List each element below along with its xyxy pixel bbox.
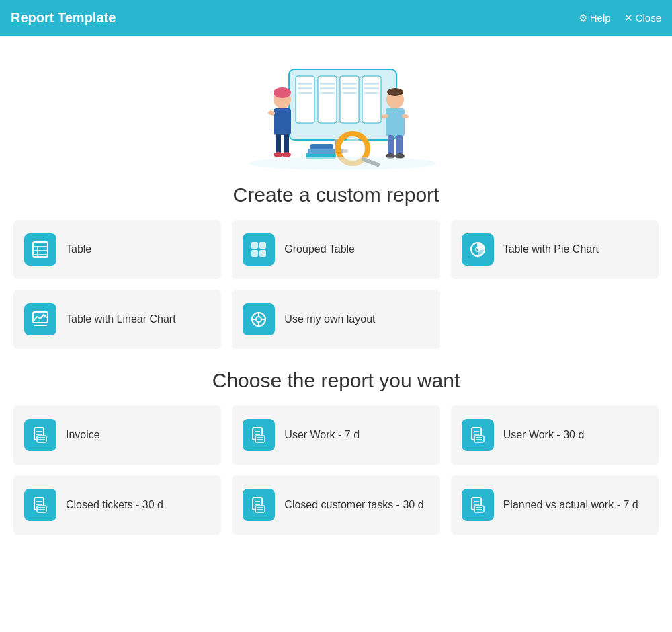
svg-rect-7 <box>298 83 312 85</box>
template-card-table[interactable]: Table <box>13 220 221 279</box>
app-title: Report Template <box>11 10 116 26</box>
svg-rect-49 <box>259 242 266 249</box>
report-card-invoice[interactable]: Invoice <box>13 405 221 465</box>
svg-rect-15 <box>342 92 357 94</box>
svg-rect-50 <box>251 250 258 257</box>
svg-rect-31 <box>396 135 403 155</box>
planned-vs-actual-7d-icon <box>462 489 494 521</box>
svg-rect-17 <box>364 87 379 89</box>
template-card-table-pie[interactable]: Table with Pie Chart <box>451 220 659 279</box>
close-icon: ✕ <box>624 12 633 24</box>
svg-rect-11 <box>320 87 335 89</box>
header-actions: ⚙ Help ✕ Close <box>579 12 661 24</box>
template-card-grouped-table[interactable]: Grouped Table <box>232 220 439 279</box>
invoice-label: Invoice <box>66 428 100 442</box>
own-layout-icon <box>243 303 275 335</box>
own-layout-label: Use my own layout <box>284 313 375 327</box>
svg-point-20 <box>274 87 291 98</box>
svg-rect-93 <box>474 506 484 512</box>
svg-point-37 <box>342 138 364 159</box>
svg-rect-8 <box>298 87 312 89</box>
svg-rect-81 <box>37 506 46 512</box>
grouped-table-icon <box>243 233 275 266</box>
svg-rect-10 <box>320 83 335 85</box>
svg-rect-51 <box>259 250 266 257</box>
help-button[interactable]: ⚙ Help <box>579 12 611 24</box>
report-card-user-work-7d[interactable]: User Work - 7 d <box>232 405 439 465</box>
user-work-30d-icon <box>462 419 494 451</box>
closed-tickets-30d-icon <box>24 489 56 521</box>
hero-illustration-area <box>13 36 659 170</box>
svg-rect-21 <box>274 108 291 135</box>
user-work-7d-icon <box>243 419 275 451</box>
report-card-closed-tickets-30d[interactable]: Closed tickets - 30 d <box>13 475 221 535</box>
svg-rect-75 <box>474 436 484 442</box>
table-label: Table <box>66 243 91 257</box>
svg-rect-12 <box>320 92 335 94</box>
svg-rect-48 <box>251 242 258 249</box>
table-linear-label: Table with Linear Chart <box>66 313 176 327</box>
report-card-planned-vs-actual-7d[interactable]: Planned vs actual work - 7 d <box>451 475 659 535</box>
section2-title: Choose the report you want <box>13 369 659 392</box>
closed-customer-tasks-30d-label: Closed customer tasks - 30 d <box>284 498 423 512</box>
main-content: Create a custom report Table Grouped Tab… <box>0 36 672 632</box>
report-cards-grid: Invoice User Work - 7 d User Work - 30 d… <box>13 405 659 535</box>
svg-point-28 <box>387 88 403 96</box>
svg-rect-22 <box>276 134 281 154</box>
template-cards-grid: Table Grouped Table Table with Pie Chart… <box>13 220 659 349</box>
table-icon <box>24 233 56 266</box>
table-linear-icon <box>24 303 56 335</box>
svg-rect-16 <box>364 83 379 85</box>
svg-rect-69 <box>255 436 265 442</box>
svg-rect-23 <box>284 134 289 154</box>
invoice-icon <box>24 419 56 451</box>
help-icon: ⚙ <box>579 12 587 24</box>
section1-title: Create a custom report <box>13 184 659 206</box>
svg-point-42 <box>249 157 437 170</box>
template-card-table-linear[interactable]: Table with Linear Chart <box>13 290 221 349</box>
svg-point-24 <box>274 152 283 157</box>
svg-point-25 <box>282 152 291 157</box>
svg-rect-63 <box>37 436 46 442</box>
svg-rect-41 <box>310 144 333 149</box>
svg-rect-87 <box>255 506 265 512</box>
svg-rect-13 <box>342 83 357 85</box>
help-label: Help <box>590 12 611 24</box>
close-label: Close <box>636 12 661 24</box>
close-button[interactable]: ✕ Close <box>624 12 661 24</box>
svg-rect-40 <box>308 149 335 154</box>
report-card-user-work-30d[interactable]: User Work - 30 d <box>451 405 659 465</box>
report-card-closed-customer-tasks-30d[interactable]: Closed customer tasks - 30 d <box>232 475 439 535</box>
grouped-table-label: Grouped Table <box>284 243 355 257</box>
planned-vs-actual-7d-label: Planned vs actual work - 7 d <box>503 498 638 512</box>
app-header: Report Template ⚙ Help ✕ Close <box>0 0 672 36</box>
svg-point-57 <box>256 317 261 322</box>
closed-customer-tasks-30d-icon <box>243 489 275 521</box>
svg-rect-18 <box>364 92 379 94</box>
table-pie-label: Table with Pie Chart <box>503 243 599 257</box>
svg-rect-29 <box>386 108 405 136</box>
hero-svg <box>228 49 444 170</box>
svg-rect-30 <box>388 135 394 155</box>
user-work-7d-label: User Work - 7 d <box>284 428 360 442</box>
table-pie-icon <box>462 233 494 266</box>
template-card-own-layout[interactable]: Use my own layout <box>232 290 439 349</box>
svg-rect-14 <box>342 87 357 89</box>
closed-tickets-30d-label: Closed tickets - 30 d <box>66 498 163 512</box>
user-work-30d-label: User Work - 30 d <box>503 428 585 442</box>
svg-rect-9 <box>298 92 312 94</box>
